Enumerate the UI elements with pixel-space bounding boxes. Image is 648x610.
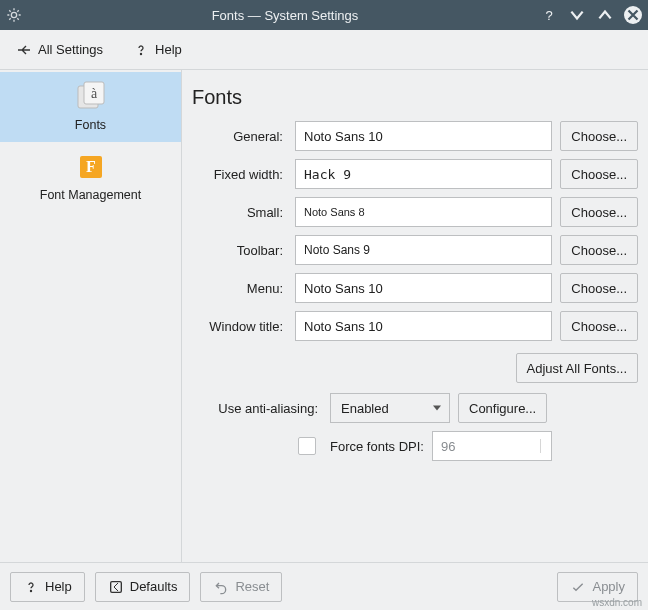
choose-toolbar-button[interactable]: Choose... [560, 235, 638, 265]
minimize-icon[interactable] [568, 6, 586, 24]
question-icon [23, 579, 39, 595]
undo-icon [213, 579, 229, 595]
svg-point-0 [11, 12, 16, 17]
field-general[interactable]: Noto Sans 10 [295, 121, 552, 151]
choose-small-button[interactable]: Choose... [560, 197, 638, 227]
row-small: Small: Noto Sans 8 Choose... [192, 197, 638, 227]
row-force-dpi: Force fonts DPI: 96 [192, 431, 638, 461]
choose-window-title-button[interactable]: Choose... [560, 311, 638, 341]
label-force-dpi: Force fonts DPI: [330, 439, 424, 454]
row-anti-aliasing: Use anti-aliasing: Enabled Configure... [192, 393, 638, 423]
sidebar-item-label: Font Management [40, 188, 141, 202]
adjust-all-fonts-button[interactable]: Adjust All Fonts... [516, 353, 638, 383]
choose-general-button[interactable]: Choose... [560, 121, 638, 151]
help-titlebar-icon[interactable]: ? [540, 6, 558, 24]
svg-rect-8 [110, 581, 121, 592]
footer-reset-label: Reset [235, 579, 269, 594]
footer-reset-button[interactable]: Reset [200, 572, 282, 602]
row-menu: Menu: Noto Sans 10 Choose... [192, 273, 638, 303]
footer: Help Defaults Reset Apply [0, 562, 648, 610]
back-all-settings-button[interactable]: All Settings [10, 38, 109, 62]
checkbox-force-dpi[interactable] [298, 437, 316, 455]
page-title: Fonts [182, 70, 648, 121]
defaults-icon [108, 579, 124, 595]
label-menu: Menu: [192, 281, 287, 296]
svg-point-1 [141, 53, 142, 54]
sidebar-item-fonts[interactable]: à Fonts [0, 72, 181, 142]
back-arrow-icon [16, 42, 32, 58]
svg-text:à: à [90, 86, 97, 101]
label-window-title: Window title: [192, 319, 287, 334]
close-icon[interactable] [624, 6, 642, 24]
spin-force-dpi[interactable]: 96 [432, 431, 552, 461]
label-small: Small: [192, 205, 287, 220]
field-window-title[interactable]: Noto Sans 10 [295, 311, 552, 341]
toolbar: All Settings Help [0, 30, 648, 70]
field-fixed-width[interactable]: Hack 9 [295, 159, 552, 189]
font-management-icon: F [74, 150, 108, 184]
window-titlebar: Fonts — System Settings ? [0, 0, 648, 30]
row-fixed-width: Fixed width: Hack 9 Choose... [192, 159, 638, 189]
configure-aa-button[interactable]: Configure... [458, 393, 547, 423]
toolbar-help-button[interactable]: Help [127, 38, 188, 62]
sidebar: à Fonts F Font Management [0, 70, 182, 562]
label-general: General: [192, 129, 287, 144]
svg-text:F: F [86, 158, 96, 175]
watermark: wsxdn.com [592, 597, 642, 608]
field-small[interactable]: Noto Sans 8 [295, 197, 552, 227]
toolbar-help-label: Help [155, 42, 182, 57]
choose-menu-button[interactable]: Choose... [560, 273, 638, 303]
app-icon [6, 7, 22, 23]
sidebar-item-label: Fonts [75, 118, 106, 132]
choose-fixed-width-button[interactable]: Choose... [560, 159, 638, 189]
svg-point-7 [30, 590, 31, 591]
footer-apply-label: Apply [592, 579, 625, 594]
fonts-icon: à [74, 80, 108, 114]
window-title: Fonts — System Settings [30, 8, 540, 23]
label-toolbar: Toolbar: [192, 243, 287, 258]
row-general: General: Noto Sans 10 Choose... [192, 121, 638, 151]
footer-defaults-button[interactable]: Defaults [95, 572, 191, 602]
row-window-title: Window title: Noto Sans 10 Choose... [192, 311, 638, 341]
sidebar-item-font-management[interactable]: F Font Management [0, 142, 181, 212]
row-toolbar: Toolbar: Noto Sans 9 Choose... [192, 235, 638, 265]
footer-defaults-label: Defaults [130, 579, 178, 594]
field-menu[interactable]: Noto Sans 10 [295, 273, 552, 303]
footer-help-button[interactable]: Help [10, 572, 85, 602]
check-icon [570, 579, 586, 595]
all-settings-label: All Settings [38, 42, 103, 57]
label-anti-aliasing: Use anti-aliasing: [192, 401, 322, 416]
field-toolbar[interactable]: Noto Sans 9 [295, 235, 552, 265]
select-anti-aliasing[interactable]: Enabled [330, 393, 450, 423]
label-fixed-width: Fixed width: [192, 167, 287, 182]
maximize-icon[interactable] [596, 6, 614, 24]
question-icon [133, 42, 149, 58]
footer-help-label: Help [45, 579, 72, 594]
